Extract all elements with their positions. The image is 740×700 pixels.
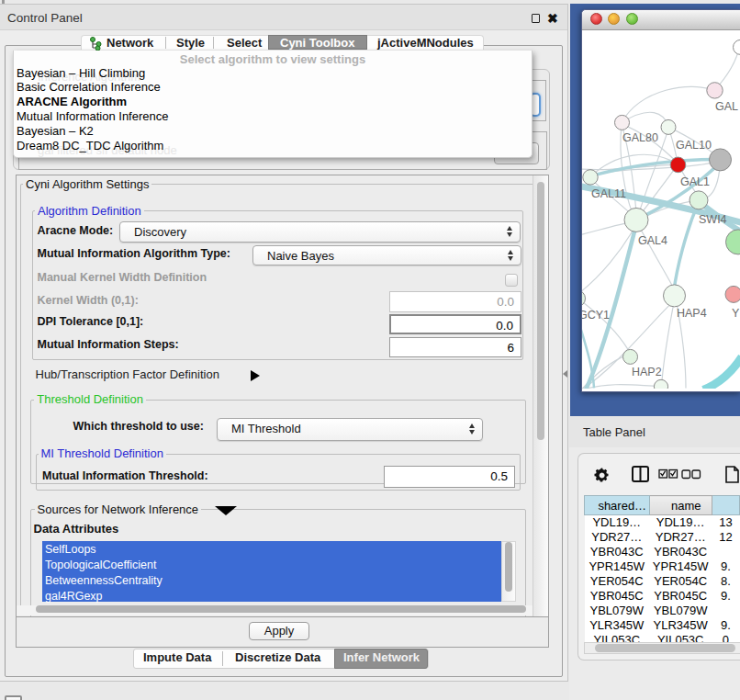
svg-text:GAL10: GAL10 [676,139,712,152]
svg-text:HAP2: HAP2 [632,366,662,378]
svg-text:Y: Y [732,307,740,320]
svg-text:GCY1: GCY1 [582,309,610,322]
svg-text:HAP4: HAP4 [677,307,707,320]
svg-text:GAL4: GAL4 [638,234,667,247]
svg-text:GAL1: GAL1 [680,175,710,188]
svg-text:GAL: GAL [715,100,738,113]
svg-text:GAL80: GAL80 [622,131,658,144]
svg-text:GAL11: GAL11 [591,187,626,200]
svg-text:SWI4: SWI4 [699,213,727,226]
